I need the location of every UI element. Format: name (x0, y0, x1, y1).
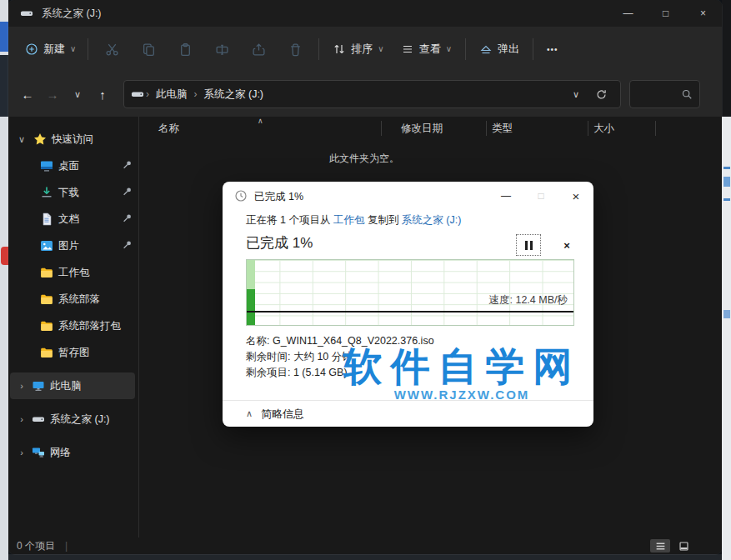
sidebar-item-network[interactable]: › 网络 (8, 439, 139, 466)
rename-button[interactable] (203, 34, 240, 64)
status-divider: | (65, 540, 68, 552)
details-view-button[interactable] (650, 539, 670, 552)
see-more-button[interactable]: ••• (538, 34, 567, 64)
toolbar-separator (465, 38, 466, 60)
chevron-right-icon[interactable]: › (15, 381, 28, 391)
sidebar-item-folder[interactable]: 系统部落打包 (8, 312, 139, 339)
scissors-icon (105, 42, 119, 57)
status-bar: 0 个项目 | (8, 538, 722, 554)
pin-icon (122, 239, 133, 251)
sidebar-item-this-pc[interactable]: › 此电脑 (8, 372, 139, 399)
fewer-details-toggle[interactable]: ∧ 简略信息 (223, 401, 593, 427)
search-icon (681, 88, 693, 100)
sidebar-item-label: 快速访问 (52, 132, 93, 147)
search-box (629, 80, 700, 108)
address-dropdown-button[interactable]: ∨ (568, 82, 583, 107)
dialog-minimize-button[interactable]: — (488, 182, 523, 210)
source-folder-link[interactable]: 工作包 (333, 214, 365, 226)
chevron-right-icon[interactable]: › (15, 448, 28, 458)
watermark: 软件自学网 WWW.RJZXW.COM (324, 347, 599, 402)
sidebar-item-folder[interactable]: 工作包 (8, 259, 139, 286)
column-header-size[interactable]: 大小 (593, 117, 614, 140)
pictures-icon (40, 239, 53, 252)
speed-chart: 速度: 12.4 MB/秒 (246, 259, 574, 326)
eject-button[interactable]: 弹出 (471, 34, 528, 64)
background-window-left (0, 0, 8, 560)
refresh-icon (595, 88, 610, 101)
maximize-button[interactable]: □ (647, 0, 684, 27)
column-header-type[interactable]: 类型 (492, 117, 513, 140)
new-button[interactable]: 新建 ∨ (18, 34, 83, 64)
background-red-logo (1, 247, 8, 265)
destination-drive-link[interactable]: 系统之家 (J:) (402, 214, 462, 226)
plus-circle-icon (25, 42, 38, 56)
sidebar-item-folder[interactable]: 暂存图 (8, 339, 139, 366)
column-separator[interactable] (381, 121, 382, 136)
sidebar-item-desktop[interactable]: 桌面 (8, 152, 139, 179)
sidebar-item-pictures[interactable]: 图片 (8, 232, 139, 259)
window-title: 系统之家 (J:) (42, 7, 102, 21)
eject-label: 弹出 (498, 42, 519, 57)
dialog-maximize-button[interactable]: □ (523, 182, 558, 210)
dialog-close-button[interactable]: × (558, 182, 593, 210)
breadcrumb-current-drive[interactable]: 系统之家 (J:) (199, 85, 269, 104)
details-view-icon (655, 541, 666, 552)
watermark-url: WWW.RJZXW.COM (324, 388, 599, 402)
paste-button[interactable] (167, 34, 203, 64)
column-separator[interactable] (486, 121, 487, 136)
share-button[interactable] (240, 34, 277, 64)
sidebar-item-label: 系统部落 (58, 292, 100, 307)
pin-icon (122, 159, 133, 171)
close-button[interactable]: × (684, 0, 722, 27)
large-icons-view-button[interactable] (673, 539, 693, 552)
minimize-button[interactable]: — (609, 0, 647, 27)
sidebar-item-quick-access[interactable]: ∨ 快速访问 (8, 126, 139, 152)
title-bar: 系统之家 (J:) — □ × (8, 0, 722, 27)
chevron-down-icon: ∨ (446, 45, 452, 53)
chevron-down-icon: ∨ (573, 89, 579, 100)
recent-locations-button[interactable]: ∨ (65, 82, 90, 107)
sidebar-item-label: 图片 (58, 239, 79, 253)
folder-icon (40, 319, 53, 332)
toolbar-separator (88, 38, 88, 60)
pause-icon (525, 241, 528, 250)
breadcrumb-separator: › (193, 88, 199, 100)
transfer-text: 正在将 1 个项目从 (246, 214, 330, 226)
breadcrumb-separator: › (144, 88, 151, 100)
chevron-down-icon[interactable]: ∨ (15, 134, 28, 145)
large-icons-view-icon (678, 541, 689, 552)
refresh-button[interactable] (595, 88, 610, 101)
sidebar-item-label: 系统之家 (J:) (50, 412, 110, 427)
forward-button[interactable]: → (40, 82, 65, 107)
sidebar-item-downloads[interactable]: 下载 (8, 179, 139, 206)
sort-button[interactable]: 排序 ∨ (324, 34, 392, 64)
delete-button[interactable] (277, 34, 313, 64)
copy-button[interactable] (130, 34, 167, 64)
column-separator[interactable] (588, 121, 588, 136)
background-blue-mark (723, 167, 730, 169)
sidebar-item-documents[interactable]: 文档 (8, 206, 139, 232)
back-button[interactable]: ← (15, 82, 40, 107)
up-button[interactable]: ↑ (90, 82, 115, 107)
search-input[interactable] (630, 88, 681, 100)
chevron-up-icon: ∧ (246, 408, 253, 419)
cut-button[interactable] (93, 34, 130, 64)
address-bar[interactable]: › 此电脑 › 系统之家 (J:) ∨ (123, 80, 621, 108)
column-header-name[interactable]: 名称 (158, 117, 179, 140)
sidebar-item-label: 下载 (58, 186, 79, 200)
drive-icon (32, 412, 45, 426)
sidebar-item-drive-j[interactable]: › 系统之家 (J:) (8, 406, 139, 432)
breadcrumb-this-pc[interactable]: 此电脑 (151, 85, 193, 104)
chevron-down-icon: ∨ (74, 89, 81, 100)
rename-icon (215, 42, 229, 57)
cancel-copy-button[interactable]: × (554, 234, 579, 256)
maximize-icon: □ (538, 190, 543, 202)
column-header-date-modified[interactable]: 修改日期 (401, 117, 443, 140)
view-button[interactable]: 查看 ∨ (393, 34, 460, 64)
close-icon: × (573, 189, 580, 203)
chevron-right-icon[interactable]: › (15, 414, 28, 424)
sidebar-item-folder[interactable]: 系统部落 (8, 286, 139, 312)
column-separator[interactable] (655, 121, 656, 136)
pause-button[interactable] (516, 234, 541, 256)
trash-icon (288, 42, 303, 57)
